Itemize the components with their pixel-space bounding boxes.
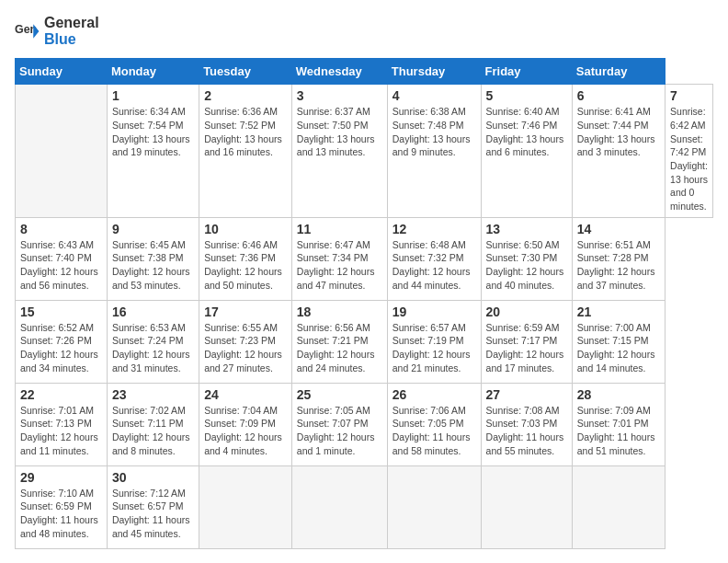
day-info: Sunrise: 7:05 AM Sunset: 7:07 PM Dayligh… <box>297 404 382 458</box>
calendar-week-1: 1 Sunrise: 6:34 AM Sunset: 7:54 PM Dayli… <box>16 85 713 218</box>
empty-cell <box>481 465 572 548</box>
day-cell-27: 27 Sunrise: 7:08 AM Sunset: 7:03 PM Dayl… <box>481 383 572 465</box>
day-info: Sunrise: 6:40 AM Sunset: 7:46 PM Dayligh… <box>486 105 567 159</box>
day-number: 2 <box>204 88 287 103</box>
day-info: Sunrise: 6:38 AM Sunset: 7:48 PM Dayligh… <box>392 105 476 159</box>
day-info: Sunrise: 6:48 AM Sunset: 7:32 PM Dayligh… <box>392 238 476 293</box>
day-number: 9 <box>112 222 194 236</box>
day-cell-21: 21 Sunrise: 7:00 AM Sunset: 7:15 PM Dayl… <box>572 300 665 383</box>
day-number: 15 <box>20 304 102 319</box>
day-info: Sunrise: 6:56 AM Sunset: 7:21 PM Dayligh… <box>297 321 382 375</box>
day-info: Sunrise: 6:46 AM Sunset: 7:36 PM Dayligh… <box>204 238 287 293</box>
day-cell-19: 19 Sunrise: 6:57 AM Sunset: 7:19 PM Dayl… <box>387 300 481 383</box>
weekday-header-tuesday: Tuesday <box>199 59 292 85</box>
day-cell-10: 10 Sunrise: 6:46 AM Sunset: 7:36 PM Dayl… <box>199 217 292 300</box>
weekday-header-saturday: Saturday <box>572 59 665 85</box>
day-info: Sunrise: 7:04 AM Sunset: 7:09 PM Dayligh… <box>204 404 287 458</box>
day-number: 27 <box>486 387 567 402</box>
weekday-header-monday: Monday <box>107 59 199 85</box>
calendar-header-row: SundayMondayTuesdayWednesdayThursdayFrid… <box>16 59 713 85</box>
day-cell-4: 4 Sunrise: 6:38 AM Sunset: 7:48 PM Dayli… <box>387 85 481 218</box>
empty-cell <box>291 465 387 548</box>
day-number: 13 <box>486 222 567 236</box>
logo-text-line1: General <box>44 15 99 31</box>
page-header: Gen General Blue <box>15 15 713 47</box>
day-info: Sunrise: 7:12 AM Sunset: 6:57 PM Dayligh… <box>112 487 194 541</box>
day-info: Sunrise: 6:45 AM Sunset: 7:38 PM Dayligh… <box>112 238 194 293</box>
day-cell-29: 29 Sunrise: 7:10 AM Sunset: 6:59 PM Dayl… <box>16 465 108 548</box>
day-number: 28 <box>577 387 660 402</box>
day-cell-16: 16 Sunrise: 6:53 AM Sunset: 7:24 PM Dayl… <box>107 300 199 383</box>
day-info: Sunrise: 6:51 AM Sunset: 7:28 PM Dayligh… <box>577 238 660 293</box>
day-info: Sunrise: 6:41 AM Sunset: 7:44 PM Dayligh… <box>577 105 660 159</box>
day-cell-30: 30 Sunrise: 7:12 AM Sunset: 6:57 PM Dayl… <box>107 465 199 548</box>
day-number: 4 <box>392 88 476 103</box>
empty-cell <box>199 465 292 548</box>
day-info: Sunrise: 6:53 AM Sunset: 7:24 PM Dayligh… <box>112 321 194 375</box>
day-cell-3: 3 Sunrise: 6:37 AM Sunset: 7:50 PM Dayli… <box>291 85 387 218</box>
weekday-header-friday: Friday <box>481 59 572 85</box>
day-cell-6: 6 Sunrise: 6:41 AM Sunset: 7:44 PM Dayli… <box>572 85 665 218</box>
day-cell-2: 2 Sunrise: 6:36 AM Sunset: 7:52 PM Dayli… <box>199 85 292 218</box>
day-number: 20 <box>486 304 567 319</box>
day-cell-14: 14 Sunrise: 6:51 AM Sunset: 7:28 PM Dayl… <box>572 217 665 300</box>
day-info: Sunrise: 6:36 AM Sunset: 7:52 PM Dayligh… <box>204 105 287 159</box>
day-number: 19 <box>392 304 476 319</box>
weekday-header-sunday: Sunday <box>16 59 108 85</box>
day-cell-9: 9 Sunrise: 6:45 AM Sunset: 7:38 PM Dayli… <box>107 217 199 300</box>
day-info: Sunrise: 6:37 AM Sunset: 7:50 PM Dayligh… <box>297 105 382 159</box>
day-info: Sunrise: 7:00 AM Sunset: 7:15 PM Dayligh… <box>577 321 660 375</box>
calendar-week-5: 29 Sunrise: 7:10 AM Sunset: 6:59 PM Dayl… <box>16 465 713 548</box>
day-cell-26: 26 Sunrise: 7:06 AM Sunset: 7:05 PM Dayl… <box>387 383 481 465</box>
day-cell-12: 12 Sunrise: 6:48 AM Sunset: 7:32 PM Dayl… <box>387 217 481 300</box>
day-info: Sunrise: 6:43 AM Sunset: 7:40 PM Dayligh… <box>20 238 102 293</box>
day-number: 14 <box>577 222 660 236</box>
logo-icon: Gen <box>15 18 40 44</box>
day-cell-24: 24 Sunrise: 7:04 AM Sunset: 7:09 PM Dayl… <box>199 383 292 465</box>
day-info: Sunrise: 7:09 AM Sunset: 7:01 PM Dayligh… <box>577 404 660 458</box>
calendar-table: SundayMondayTuesdayWednesdayThursdayFrid… <box>15 58 713 549</box>
day-info: Sunrise: 6:42 AM Sunset: 7:42 PM Dayligh… <box>670 105 708 213</box>
day-cell-20: 20 Sunrise: 6:59 AM Sunset: 7:17 PM Dayl… <box>481 300 572 383</box>
day-info: Sunrise: 7:10 AM Sunset: 6:59 PM Dayligh… <box>20 487 102 541</box>
day-number: 18 <box>297 304 382 319</box>
calendar-week-3: 15 Sunrise: 6:52 AM Sunset: 7:26 PM Dayl… <box>16 300 713 383</box>
logo-text-line2: Blue <box>44 31 99 48</box>
day-number: 23 <box>112 387 194 402</box>
day-number: 17 <box>204 304 287 319</box>
day-number: 21 <box>577 304 660 319</box>
calendar-body: 1 Sunrise: 6:34 AM Sunset: 7:54 PM Dayli… <box>16 85 713 549</box>
day-number: 5 <box>486 88 567 103</box>
day-info: Sunrise: 6:34 AM Sunset: 7:54 PM Dayligh… <box>112 105 194 159</box>
empty-cell <box>387 465 481 548</box>
day-number: 24 <box>204 387 287 402</box>
logo: Gen General Blue <box>15 15 99 47</box>
day-info: Sunrise: 6:47 AM Sunset: 7:34 PM Dayligh… <box>297 238 382 293</box>
day-number: 1 <box>112 88 194 103</box>
day-cell-15: 15 Sunrise: 6:52 AM Sunset: 7:26 PM Dayl… <box>16 300 108 383</box>
day-info: Sunrise: 6:50 AM Sunset: 7:30 PM Dayligh… <box>486 238 567 293</box>
day-cell-8: 8 Sunrise: 6:43 AM Sunset: 7:40 PM Dayli… <box>16 217 108 300</box>
day-cell-17: 17 Sunrise: 6:55 AM Sunset: 7:23 PM Dayl… <box>199 300 292 383</box>
day-number: 12 <box>392 222 476 236</box>
day-number: 10 <box>204 222 287 236</box>
day-number: 29 <box>20 470 102 485</box>
day-info: Sunrise: 7:01 AM Sunset: 7:13 PM Dayligh… <box>20 404 102 458</box>
weekday-header-wednesday: Wednesday <box>291 59 387 85</box>
day-number: 26 <box>392 387 476 402</box>
day-number: 16 <box>112 304 194 319</box>
weekday-header-thursday: Thursday <box>387 59 481 85</box>
day-info: Sunrise: 6:59 AM Sunset: 7:17 PM Dayligh… <box>486 321 567 375</box>
day-cell-7: 7 Sunrise: 6:42 AM Sunset: 7:42 PM Dayli… <box>665 85 713 218</box>
calendar-week-4: 22 Sunrise: 7:01 AM Sunset: 7:13 PM Dayl… <box>16 383 713 465</box>
day-cell-22: 22 Sunrise: 7:01 AM Sunset: 7:13 PM Dayl… <box>16 383 108 465</box>
day-number: 25 <box>297 387 382 402</box>
empty-cell <box>16 85 108 218</box>
day-cell-5: 5 Sunrise: 6:40 AM Sunset: 7:46 PM Dayli… <box>481 85 572 218</box>
day-info: Sunrise: 6:55 AM Sunset: 7:23 PM Dayligh… <box>204 321 287 375</box>
day-info: Sunrise: 7:08 AM Sunset: 7:03 PM Dayligh… <box>486 404 567 458</box>
day-cell-1: 1 Sunrise: 6:34 AM Sunset: 7:54 PM Dayli… <box>107 85 199 218</box>
day-info: Sunrise: 7:02 AM Sunset: 7:11 PM Dayligh… <box>112 404 194 458</box>
day-cell-28: 28 Sunrise: 7:09 AM Sunset: 7:01 PM Dayl… <box>572 383 665 465</box>
day-cell-11: 11 Sunrise: 6:47 AM Sunset: 7:34 PM Dayl… <box>291 217 387 300</box>
